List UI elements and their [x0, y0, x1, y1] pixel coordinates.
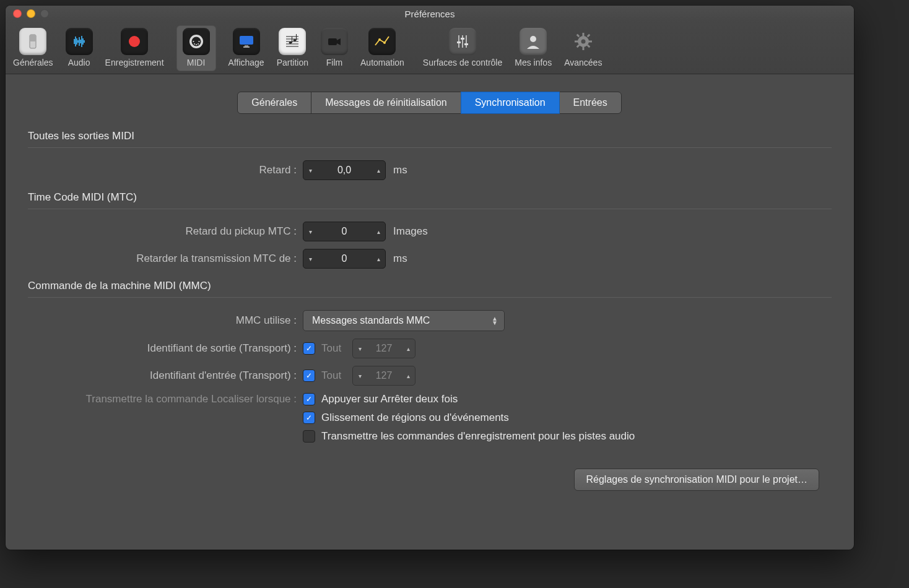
pref-movie[interactable]: Film	[315, 25, 354, 71]
gear-icon	[570, 28, 597, 55]
mmc-uses-label: MMC utilise :	[18, 314, 303, 327]
mtc-trans-label: Retarder la transmission MTC de :	[18, 253, 303, 265]
opt-drag-checkbox[interactable]: ✓	[303, 412, 315, 424]
svg-rect-38	[466, 35, 467, 48]
preferences-toolbar: Générales Audio Enregistrement MIDI	[6, 22, 854, 74]
svg-rect-46	[582, 46, 584, 50]
person-icon	[520, 28, 547, 55]
opt-stop-twice-checkbox[interactable]: ✓	[303, 393, 315, 405]
record-icon	[121, 28, 148, 55]
delay-unit: ms	[393, 164, 407, 176]
toolbar-label: Audio	[68, 58, 90, 67]
mmc-out-id-value: 127	[367, 343, 401, 354]
divider	[28, 297, 832, 298]
content-area: Générales Messages de réinitialisation S…	[6, 74, 854, 503]
chevron-up-icon: ▴	[401, 366, 415, 385]
chevron-up-icon[interactable]: ▴	[372, 222, 385, 241]
tab-inputs[interactable]: Entrées	[559, 92, 622, 114]
svg-rect-47	[575, 41, 578, 43]
svg-rect-40	[461, 38, 464, 40]
mmc-in-id-stepper: ▾ 127 ▴	[352, 366, 415, 386]
toolbar-label: Avancées	[564, 58, 602, 67]
opt-record-audio-checkbox[interactable]	[303, 430, 315, 443]
svg-point-19	[197, 43, 198, 45]
svg-rect-45	[582, 33, 584, 37]
svg-rect-33	[328, 38, 337, 45]
chevron-down-icon[interactable]: ▾	[303, 161, 317, 179]
automation-icon	[368, 28, 396, 55]
pref-score[interactable]: Partition	[271, 25, 315, 71]
delay-value[interactable]: 0,0	[317, 165, 372, 176]
waveform-icon	[66, 28, 93, 55]
mmc-uses-select[interactable]: Messages standards MMC ▲▼	[303, 310, 505, 331]
toolbar-label: Enregistrement	[105, 58, 164, 67]
toolbar-label: MIDI	[187, 58, 206, 67]
delay-label: Retard :	[18, 164, 303, 176]
pref-display[interactable]: Affichage	[222, 25, 271, 71]
opt-drag-label: Glissement de régions ou d'événements	[321, 412, 509, 424]
updown-icon: ▲▼	[492, 316, 498, 325]
chevron-up-icon: ▴	[401, 339, 415, 358]
mtc-pickup-stepper[interactable]: ▾ 0 ▴	[303, 222, 386, 241]
chevron-down-icon[interactable]: ▾	[303, 222, 317, 241]
delay-stepper[interactable]: ▾ 0,0 ▴	[303, 160, 386, 180]
score-icon	[279, 28, 306, 55]
mmc-out-id-all-checkbox[interactable]: ✓	[303, 342, 315, 355]
svg-rect-21	[240, 36, 253, 45]
project-sync-settings-button[interactable]: Réglages de synchronisation MIDI pour le…	[574, 469, 819, 491]
pref-control-surfaces[interactable]: Surfaces de contrôle	[417, 25, 508, 71]
pref-my-info[interactable]: Mes infos	[508, 25, 558, 71]
window-title: Préférences	[6, 9, 854, 19]
svg-point-20	[195, 44, 196, 45]
svg-rect-48	[588, 41, 592, 43]
toolbar-label: Affichage	[228, 58, 264, 67]
pref-audio[interactable]: Audio	[59, 25, 99, 71]
pref-automation[interactable]: Automation	[354, 25, 411, 71]
svg-rect-30	[292, 37, 292, 43]
svg-rect-49	[576, 34, 580, 38]
camera-icon	[321, 28, 348, 55]
svg-rect-32	[296, 34, 297, 40]
mmc-in-id-label: Identifiant d'entrée (Transport) :	[18, 370, 303, 382]
mtc-trans-unit: ms	[393, 253, 407, 265]
faders-icon	[449, 28, 476, 55]
toolbar-label: Surfaces de contrôle	[423, 58, 502, 67]
svg-point-35	[383, 41, 386, 44]
opt-record-audio-label: Transmettre les commandes d'enregistreme…	[321, 430, 635, 443]
mtc-trans-value[interactable]: 0	[317, 253, 372, 264]
mtc-pickup-label: Retard du pickup MTC :	[18, 225, 303, 238]
mmc-transmit-label: Transmettre la commande Localiser lorsqu…	[18, 393, 303, 405]
opt-stop-twice-label: Appuyer sur Arrêter deux fois	[321, 393, 458, 405]
chevron-up-icon[interactable]: ▴	[372, 249, 385, 268]
pref-general[interactable]: Générales	[7, 25, 59, 71]
svg-point-13	[129, 36, 140, 47]
mtc-pickup-unit: Images	[393, 225, 428, 238]
tab-reset-messages[interactable]: Messages de réinitialisation	[311, 92, 461, 114]
mmc-in-id-value: 127	[367, 370, 401, 381]
section-all-outputs-title: Toutes les sorties MIDI	[28, 130, 842, 142]
mmc-out-id-label: Identifiant de sortie (Transport) :	[18, 342, 303, 355]
tab-general[interactable]: Générales	[237, 92, 311, 114]
tab-sync[interactable]: Synchronisation	[461, 92, 560, 114]
section-mmc-title: Commande de la machine MIDI (MMC)	[28, 280, 842, 292]
pref-recording[interactable]: Enregistrement	[99, 25, 170, 71]
chevron-down-icon[interactable]: ▾	[303, 249, 317, 268]
mtc-pickup-value[interactable]: 0	[317, 226, 372, 237]
svg-point-31	[294, 39, 297, 41]
pref-advanced[interactable]: Avancées	[558, 25, 608, 71]
toolbar-label: Partition	[277, 58, 308, 67]
svg-point-29	[289, 41, 292, 44]
svg-rect-39	[457, 41, 461, 43]
chevron-down-icon: ▾	[353, 366, 367, 385]
mtc-trans-stepper[interactable]: ▾ 0 ▴	[303, 249, 386, 269]
svg-point-18	[193, 43, 194, 45]
mmc-in-id-all-checkbox[interactable]: ✓	[303, 370, 315, 382]
svg-point-16	[193, 41, 194, 42]
svg-rect-23	[243, 46, 250, 48]
chevron-up-icon[interactable]: ▴	[372, 161, 385, 179]
toolbar-label: Mes infos	[515, 58, 552, 67]
svg-point-17	[198, 41, 199, 42]
pref-midi[interactable]: MIDI	[176, 25, 216, 71]
svg-rect-37	[462, 35, 463, 48]
svg-point-34	[378, 38, 381, 41]
